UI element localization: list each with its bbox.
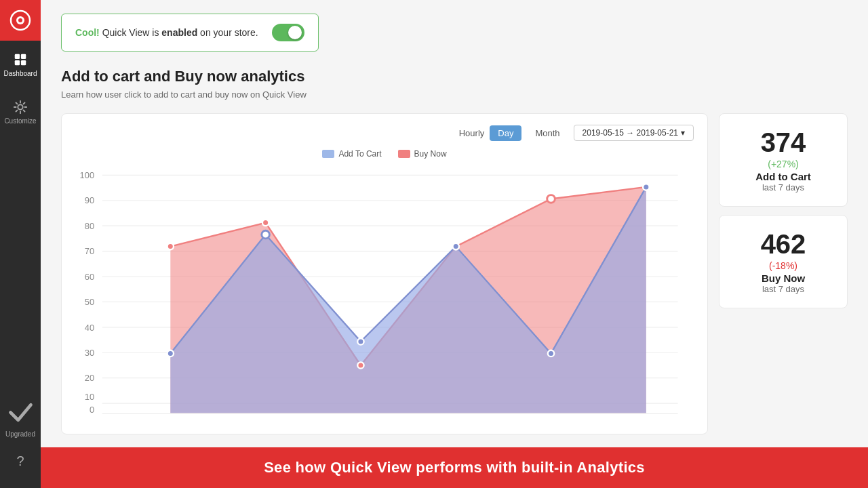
- add-cart-point-0: [167, 350, 174, 357]
- chart-stats-row: Hourly Day Month 2019-05-15 → 2019-05-21…: [61, 113, 848, 434]
- month-btn[interactable]: Month: [527, 125, 568, 141]
- cool-label: Cool!: [75, 27, 100, 38]
- legend-add-cart-box: [322, 150, 334, 158]
- svg-text:100: 100: [80, 170, 94, 180]
- stat-sublabel-buy-now: last 7 days: [730, 284, 836, 294]
- svg-rect-4: [21, 54, 26, 58]
- toggle-thumb: [288, 26, 302, 39]
- chart-svg: 100 90 80 70 60 50 40 30 20 10 0: [75, 164, 694, 418]
- buy-now-point-1: [262, 220, 269, 226]
- eye-icon: [9, 9, 31, 31]
- buy-now-point-0: [167, 243, 174, 249]
- customize-icon: [13, 100, 28, 115]
- enabled-label: enabled: [161, 27, 197, 38]
- chevron-down-icon: ▾: [681, 128, 685, 138]
- buy-now-point-2: [357, 362, 363, 368]
- sidebar-item-customize[interactable]: Customize: [0, 88, 41, 136]
- stats-panel: 374 (+27%) Add to Cart last 7 days 462 (…: [719, 113, 848, 308]
- check-icon: [5, 397, 36, 428]
- svg-text:90: 90: [85, 195, 94, 205]
- svg-text:10: 10: [85, 392, 94, 402]
- date-range-btn[interactable]: 2019-05-15 → 2019-05-21 ▾: [574, 125, 694, 141]
- toggle-suffix: on your store.: [197, 27, 258, 38]
- svg-text:60: 60: [85, 272, 94, 282]
- chart-controls: Hourly Day Month 2019-05-15 → 2019-05-21…: [75, 125, 694, 141]
- add-cart-point-2: [357, 338, 363, 344]
- svg-point-2: [18, 18, 22, 22]
- legend-buy-now: Buy Now: [398, 149, 447, 159]
- date-range-text: 2019-05-15 → 2019-05-21: [583, 128, 678, 138]
- sidebar-bottom: Upgraded ?: [0, 397, 41, 488]
- svg-rect-6: [21, 60, 26, 64]
- analytics-subtitle: Learn how user click to add to cart and …: [61, 89, 848, 100]
- stat-change-buy-now: (-18%): [730, 260, 836, 271]
- toggle-banner-text: Cool! Quick View is enabled on your stor…: [75, 27, 258, 38]
- dashboard-icon: [13, 52, 28, 67]
- stat-card-add-cart: 374 (+27%) Add to Cart last 7 days: [719, 113, 848, 207]
- sidebar-label-upgraded: Upgraded: [5, 430, 35, 438]
- toggle-switch[interactable]: [272, 24, 304, 41]
- sidebar-logo[interactable]: [0, 0, 41, 41]
- legend-add-cart: Add To Cart: [322, 149, 381, 159]
- toggle-message: Quick View is: [100, 27, 162, 38]
- stat-card-buy-now: 462 (-18%) Buy Now last 7 days: [719, 215, 848, 308]
- add-cart-point-1: [262, 230, 270, 239]
- sidebar-label-customize: Customize: [4, 117, 36, 125]
- day-btn[interactable]: Day: [490, 125, 521, 141]
- add-cart-point-4: [548, 350, 554, 357]
- sidebar-item-help[interactable]: ?: [0, 441, 41, 481]
- add-cart-point-5: [643, 184, 649, 190]
- stat-number-add-cart: 374: [730, 127, 836, 157]
- bottom-banner-text: See how Quick View performs with built-i…: [264, 459, 645, 476]
- svg-text:30: 30: [85, 348, 94, 358]
- help-icon: ?: [16, 453, 24, 469]
- legend-buy-now-box: [398, 150, 410, 158]
- buy-now-point-4: [547, 195, 555, 203]
- legend-add-cart-label: Add To Cart: [338, 149, 381, 159]
- stat-label-buy-now: Buy Now: [730, 272, 836, 284]
- svg-rect-3: [15, 54, 20, 58]
- sidebar-label-dashboard: Dashboard: [4, 70, 37, 77]
- svg-text:40: 40: [85, 323, 94, 333]
- sidebar: Dashboard Customize Upgraded ?: [0, 0, 41, 488]
- stat-number-buy-now: 462: [730, 229, 836, 259]
- chart-container: Hourly Day Month 2019-05-15 → 2019-05-21…: [61, 113, 708, 434]
- chart-svg-wrap: 100 90 80 70 60 50 40 30 20 10 0: [75, 164, 694, 420]
- svg-text:80: 80: [85, 221, 94, 231]
- svg-rect-5: [15, 60, 20, 64]
- stat-label-add-cart: Add to Cart: [730, 171, 836, 182]
- svg-text:70: 70: [85, 246, 94, 256]
- stat-change-add-cart: (+27%): [730, 159, 836, 169]
- analytics-title: Add to cart and Buy now analytics: [61, 68, 848, 85]
- toggle-banner: Cool! Quick View is enabled on your stor…: [61, 14, 319, 52]
- content-area: Cool! Quick View is enabled on your stor…: [41, 0, 868, 447]
- stat-sublabel-add-cart: last 7 days: [730, 182, 836, 192]
- legend-buy-now-label: Buy Now: [414, 149, 447, 159]
- sidebar-item-dashboard[interactable]: Dashboard: [0, 41, 41, 88]
- sidebar-item-upgraded[interactable]: Upgraded: [0, 397, 41, 438]
- hourly-label: Hourly: [459, 128, 485, 138]
- chart-legend: Add To Cart Buy Now: [75, 149, 694, 159]
- main-area: Cool! Quick View is enabled on your stor…: [41, 0, 868, 488]
- svg-text:50: 50: [85, 297, 94, 307]
- svg-text:20: 20: [85, 373, 94, 383]
- bottom-banner: See how Quick View performs with built-i…: [41, 447, 868, 488]
- svg-point-7: [18, 104, 22, 109]
- svg-text:0: 0: [90, 405, 94, 415]
- add-cart-point-3: [453, 243, 459, 249]
